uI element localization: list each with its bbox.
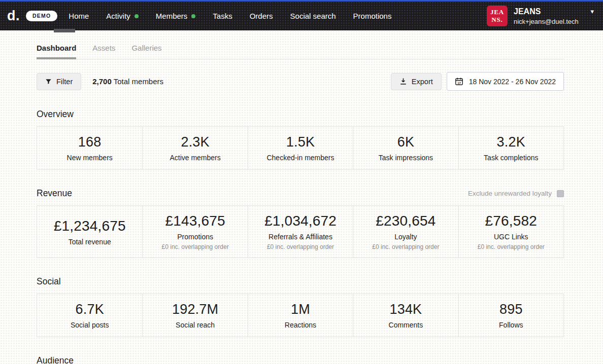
stat-card-task-impressions: 6K Task impressions xyxy=(353,127,458,169)
stat-label: Total revenue xyxy=(69,238,111,246)
nav-item-label: Activity xyxy=(106,12,130,20)
stat-card-social-reach: 192.7M Social reach xyxy=(142,294,247,337)
revenue-section: Revenue Exclude unrewarded loyalty £1,23… xyxy=(37,188,564,258)
stat-value: £143,675 xyxy=(165,213,225,229)
nav-item-social-search[interactable]: Social search xyxy=(290,12,336,20)
stat-value: 6.7K xyxy=(76,302,104,317)
stat-card-total-revenue: £1,234,675 Total revenue xyxy=(37,206,142,258)
top-navbar: d. DEMO Home Activity Members Tasks Orde… xyxy=(0,0,603,30)
account-email: nick+jeans@duel.tech xyxy=(514,18,594,25)
stat-label: Active members xyxy=(170,154,220,162)
stat-value: 168 xyxy=(78,134,102,150)
tab-galleries[interactable]: Galleries xyxy=(131,44,161,59)
nav-item-label: Home xyxy=(69,12,89,20)
stat-label: Checked-in members xyxy=(266,154,334,162)
nav-item-members[interactable]: Members xyxy=(156,12,196,20)
stat-label: New members xyxy=(67,154,113,162)
overview-section: Overview 168 New members 2.3K Active mem… xyxy=(37,109,564,170)
stat-label: Task impressions xyxy=(379,154,433,162)
duel-logo[interactable]: d. xyxy=(7,8,20,24)
stat-card-checked-in-members: 1.5K Checked-in members xyxy=(248,127,353,169)
stat-label: Referrals & Affiliates xyxy=(269,233,332,241)
stat-label: Social reach xyxy=(176,321,215,329)
filter-button-label: Filter xyxy=(56,78,73,86)
stat-sublabel: £0 inc. overlapping order xyxy=(372,243,439,250)
stat-label: UGC Links xyxy=(494,233,528,241)
stat-value: 3.2K xyxy=(497,134,525,150)
stat-card-reactions: 1M Reactions xyxy=(248,294,353,337)
stat-label: Promotions xyxy=(177,233,213,241)
stat-value: 1M xyxy=(291,302,310,317)
audience-section: Audience xyxy=(37,355,564,364)
filter-button[interactable]: Filter xyxy=(37,73,81,90)
social-section: Social 6.7K Social posts 192.7M Social r… xyxy=(37,276,564,337)
total-members-label: Total members xyxy=(114,77,163,86)
stat-value: 1.5K xyxy=(286,134,315,150)
calendar-icon: 17 xyxy=(455,77,463,86)
nav-item-home[interactable]: Home xyxy=(69,12,89,20)
stat-value: £1,034,672 xyxy=(264,213,337,229)
toolbar-right: Export 17 18 Nov 2022 - 26 Nov 2022 xyxy=(391,72,564,91)
stat-card-referrals-affiliates-revenue: £1,034,672 Referrals & Affiliates £0 inc… xyxy=(248,206,353,258)
stat-label: Loyalty xyxy=(394,233,417,241)
overview-section-title: Overview xyxy=(37,109,74,120)
stat-card-follows: 895 Follows xyxy=(458,294,563,337)
stat-label: Reactions xyxy=(285,321,316,329)
avatar-text-line2: NS. xyxy=(491,16,502,23)
stat-value: £1,234,675 xyxy=(54,218,126,234)
nav-item-label: Social search xyxy=(290,12,336,20)
exclude-loyalty-toggle-row: Exclude unrewarded loyalty xyxy=(468,190,564,197)
exclude-loyalty-checkbox[interactable] xyxy=(557,190,564,197)
overview-cards: 168 New members 2.3K Active members 1.5K… xyxy=(37,126,564,170)
audience-section-title: Audience xyxy=(37,355,74,364)
export-button[interactable]: Export xyxy=(391,73,442,90)
stat-value: £230,654 xyxy=(376,213,436,229)
stat-label: Comments xyxy=(389,321,423,329)
account-menu[interactable]: JEA NS. JEANS ▾ nick+jeans@duel.tech xyxy=(487,6,594,26)
account-name: JEANS xyxy=(514,7,541,16)
chevron-down-icon[interactable]: ▾ xyxy=(590,8,594,15)
stat-sublabel: £0 inc. overlapping order xyxy=(267,243,334,250)
stat-value: 895 xyxy=(499,302,523,317)
revenue-section-title: Revenue xyxy=(37,188,72,199)
download-icon xyxy=(399,78,407,85)
stat-label: Social posts xyxy=(71,321,109,329)
export-button-label: Export xyxy=(412,78,433,86)
nav-item-tasks[interactable]: Tasks xyxy=(213,12,232,20)
date-range-value: 18 Nov 2022 - 26 Nov 2022 xyxy=(469,78,556,86)
date-range-picker[interactable]: 17 18 Nov 2022 - 26 Nov 2022 xyxy=(447,72,564,91)
total-members-count: 2,700 Total members xyxy=(92,77,163,86)
stat-card-social-posts: 6.7K Social posts xyxy=(37,294,142,337)
filter-funnel-icon xyxy=(45,78,52,85)
tab-assets[interactable]: Assets xyxy=(92,44,115,59)
activity-status-dot-icon xyxy=(135,14,139,18)
exclude-loyalty-label: Exclude unrewarded loyalty xyxy=(468,190,552,197)
total-members-value: 2,700 xyxy=(92,77,112,86)
main-nav: Home Activity Members Tasks Orders Socia… xyxy=(69,12,391,20)
stat-value: 134K xyxy=(389,302,422,317)
members-status-dot-icon xyxy=(191,14,195,18)
demo-badge: DEMO xyxy=(26,11,57,21)
nav-item-orders[interactable]: Orders xyxy=(250,12,273,20)
nav-item-promotions[interactable]: Promotions xyxy=(353,12,392,20)
avatar-text-line1: JEA xyxy=(490,9,504,16)
tab-dashboard[interactable]: Dashboard xyxy=(37,44,76,59)
stat-value: 6K xyxy=(397,134,414,150)
stat-card-promotions-revenue: £143,675 Promotions £0 inc. overlapping … xyxy=(142,206,247,258)
stat-sublabel: £0 inc. overlapping order xyxy=(162,243,229,250)
nav-item-label: Members xyxy=(156,12,188,20)
stat-sublabel: £0 inc. overlapping order xyxy=(478,243,545,250)
nav-item-label: Promotions xyxy=(353,12,392,20)
stat-value: 192.7M xyxy=(172,302,218,317)
social-cards: 6.7K Social posts 192.7M Social reach 1M… xyxy=(37,294,564,337)
account-info: JEANS ▾ nick+jeans@duel.tech xyxy=(514,7,594,25)
active-nav-indicator xyxy=(54,29,75,32)
nav-item-label: Orders xyxy=(250,12,273,20)
stat-value: £76,582 xyxy=(485,213,537,229)
stat-card-ugc-links-revenue: £76,582 UGC Links £0 inc. overlapping or… xyxy=(458,206,563,258)
stat-card-comments: 134K Comments xyxy=(353,294,458,337)
revenue-cards: £1,234,675 Total revenue £143,675 Promot… xyxy=(37,205,564,258)
brand-avatar[interactable]: JEA NS. xyxy=(487,6,508,26)
stat-label: Task completions xyxy=(484,154,538,162)
nav-item-activity[interactable]: Activity xyxy=(106,12,139,20)
